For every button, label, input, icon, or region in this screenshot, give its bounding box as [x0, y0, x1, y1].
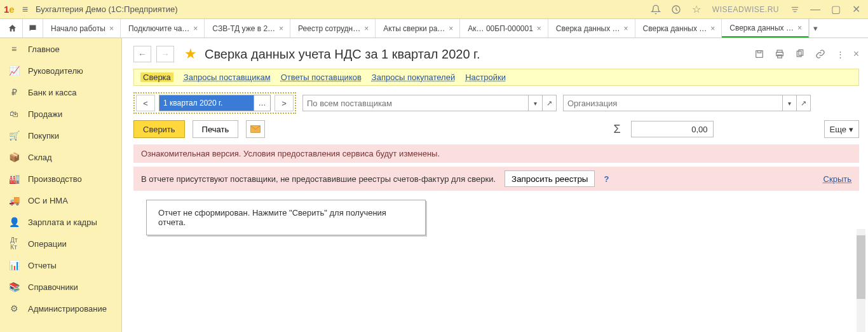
chevron-down-icon: ▾: [849, 125, 853, 134]
close-icon[interactable]: ×: [624, 24, 628, 33]
print-icon[interactable]: [772, 46, 787, 62]
period-input[interactable]: 1 квартал 2020 г.: [159, 95, 254, 111]
nav-forward-button[interactable]: →: [156, 46, 174, 62]
subtab-answers-suppliers[interactable]: Ответы поставщиков: [281, 73, 362, 82]
sidebar-item-label: Склад: [28, 153, 52, 162]
tab-1[interactable]: Подключите ча…×: [121, 19, 205, 38]
sidebar-item-label: ОС и НМА: [28, 196, 68, 205]
scrollbar[interactable]: [857, 229, 865, 332]
main-area: ← → ★ Сверка данных учета НДС за 1 кварт…: [122, 38, 868, 332]
subtab-sverka[interactable]: Сверка: [140, 73, 173, 82]
sidebar-item-salary[interactable]: 👤Зарплата и кадры: [0, 211, 121, 233]
subtab-requests-buyers[interactable]: Запросы покупателей: [372, 73, 455, 82]
star-icon[interactable]: ☆: [688, 1, 705, 18]
period-select-button[interactable]: …: [254, 95, 271, 111]
sidebar-item-label: Администрирование: [28, 304, 107, 314]
sidebar-item-main[interactable]: ≡Главное: [0, 38, 121, 60]
supplier-input[interactable]: [302, 95, 529, 111]
sidebar-item-label: Банк и касса: [28, 88, 77, 97]
more-vert-icon[interactable]: ⋮: [833, 46, 848, 62]
favorite-star-icon[interactable]: ★: [184, 46, 197, 62]
feed-button[interactable]: [23, 19, 43, 38]
org-combo: ▾ ↗: [563, 95, 811, 111]
logo-1c: 1e: [4, 4, 15, 15]
gear-icon: ⚙: [9, 303, 19, 314]
menu-icon: ≡: [9, 44, 19, 54]
bell-icon[interactable]: [648, 1, 664, 18]
save-icon[interactable]: [752, 46, 767, 62]
sidebar-item-label: Операции: [28, 239, 67, 249]
close-icon[interactable]: ×: [449, 24, 453, 33]
period-prev-button[interactable]: <: [136, 95, 155, 111]
close-icon[interactable]: ×: [537, 24, 541, 33]
tabs-overflow-icon[interactable]: ▾: [809, 19, 822, 38]
org-open-icon[interactable]: ↗: [797, 95, 811, 111]
supplier-combo: ▾ ↗: [302, 95, 557, 111]
sidebar-item-label: Производство: [28, 174, 82, 184]
request-registries-button[interactable]: Запросить реестры: [505, 170, 595, 187]
sidebar-item-manager[interactable]: 📈Руководителю: [0, 60, 121, 81]
subtab-settings[interactable]: Настройки: [465, 73, 506, 82]
copy-icon[interactable]: [792, 46, 808, 62]
sidebar-item-reports[interactable]: 📊Отчеты: [0, 254, 121, 276]
subtab-requests-suppliers[interactable]: Запросы поставщикам: [184, 73, 271, 82]
svg-rect-5: [757, 51, 761, 53]
close-icon[interactable]: ×: [797, 24, 802, 32]
minimize-icon[interactable]: —: [807, 1, 824, 18]
tab-7[interactable]: Сверка данных …×: [635, 19, 722, 38]
tab-6[interactable]: Сверка данных …×: [548, 19, 635, 38]
tab-4[interactable]: Акты сверки ра…×: [376, 19, 460, 38]
hamburger-icon[interactable]: ≡: [18, 4, 32, 15]
filter-row: < 1 квартал 2020 г. … > ▾ ↗ ▾ ↗: [133, 92, 859, 114]
history-icon[interactable]: [668, 1, 684, 18]
sidebar-item-bank[interactable]: ₽Банк и касса: [0, 81, 121, 103]
sidebar-item-warehouse[interactable]: 📦Склад: [0, 146, 121, 168]
tab-8[interactable]: Сверка данных …×: [722, 19, 809, 38]
sidebar-item-label: Главное: [28, 45, 60, 54]
tab-2[interactable]: СЗВ-ТД уже в 2…×: [205, 19, 290, 38]
more-button[interactable]: Еще▾: [824, 120, 859, 138]
sigma-icon: Σ: [613, 123, 620, 136]
tab-3[interactable]: Реестр сотрудн…×: [290, 19, 376, 38]
close-icon[interactable]: ×: [279, 24, 283, 33]
maximize-icon[interactable]: ▢: [827, 1, 844, 18]
tab-0[interactable]: Начало работы×: [43, 19, 121, 38]
link-icon[interactable]: [813, 46, 828, 62]
sidebar-item-refs[interactable]: 📚Справочники: [0, 276, 121, 298]
svg-rect-9: [797, 51, 801, 57]
sidebar-item-operations[interactable]: ДтКтОперации: [0, 233, 121, 254]
period-next-button[interactable]: >: [275, 95, 294, 111]
home-button[interactable]: [3, 19, 23, 38]
trial-warning: Ознакомительная версия. Условия предоста…: [133, 144, 859, 163]
close-window-icon[interactable]: ✕: [848, 1, 864, 18]
close-icon[interactable]: ×: [364, 24, 369, 33]
sidebar-item-label: Руководителю: [28, 66, 83, 76]
sidebar-item-sales[interactable]: 🛍Продажи: [0, 103, 121, 125]
sidebar-item-assets[interactable]: 🚚ОС и НМА: [0, 190, 121, 211]
sidebar-item-label: Зарплата и кадры: [28, 218, 97, 227]
sidebar-item-purchases[interactable]: 🛒Покупки: [0, 125, 121, 146]
missing-warning-text: В отчете присутствуют поставщики, не пре…: [141, 174, 496, 184]
nav-back-button[interactable]: ←: [133, 46, 151, 62]
print-button[interactable]: Печать: [193, 120, 239, 138]
verify-button[interactable]: Сверить: [133, 120, 185, 138]
supplier-dropdown-icon[interactable]: ▾: [529, 95, 543, 111]
factory-icon: 🏭: [9, 174, 19, 184]
sidebar-item-production[interactable]: 🏭Производство: [0, 168, 121, 190]
help-icon[interactable]: ?: [604, 174, 609, 184]
close-icon[interactable]: ×: [193, 24, 198, 33]
close-icon[interactable]: ×: [109, 24, 114, 33]
supplier-open-icon[interactable]: ↗: [543, 95, 557, 111]
org-input[interactable]: [563, 95, 783, 111]
org-dropdown-icon[interactable]: ▾: [783, 95, 797, 111]
tab-5[interactable]: Ак… 00БП-000001×: [460, 19, 548, 38]
sidebar-item-label: Отчеты: [28, 261, 57, 270]
email-button[interactable]: [246, 120, 265, 138]
operations-icon: ДтКт: [9, 239, 19, 249]
settings-icon[interactable]: [787, 1, 803, 18]
book-icon: 📚: [9, 282, 19, 292]
close-icon[interactable]: ×: [710, 24, 715, 33]
hide-warning-link[interactable]: Скрыть: [824, 174, 851, 184]
sidebar-item-admin[interactable]: ⚙Администрирование: [0, 298, 121, 319]
close-page-icon[interactable]: ×: [853, 48, 859, 60]
